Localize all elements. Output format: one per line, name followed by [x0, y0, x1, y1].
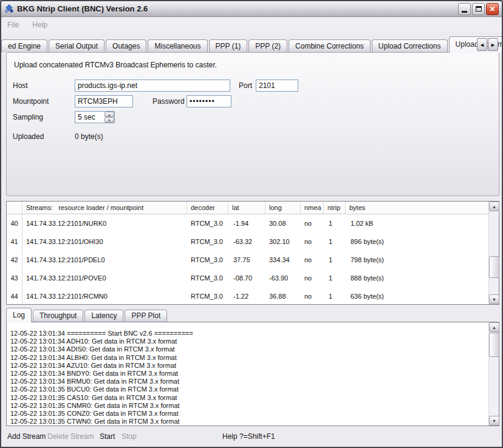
cell-decoder: RTCM_3.0	[187, 232, 228, 251]
password-input[interactable]	[186, 95, 231, 107]
cell-ntrip: 1	[324, 214, 346, 232]
host-input[interactable]	[75, 80, 230, 92]
mountpoint-input[interactable]	[75, 95, 133, 107]
tab-log[interactable]: Log	[6, 308, 32, 322]
cell-bytes: 798 byte(s)	[346, 251, 488, 269]
menu-help[interactable]: Help	[32, 21, 47, 29]
menu-file[interactable]: File	[7, 21, 19, 29]
cell-ntrip: 1	[324, 287, 346, 304]
tab-latency[interactable]: Latency	[84, 310, 123, 322]
cell-long: 36.88	[265, 287, 301, 304]
tab-scroll-left-button[interactable]: ◄	[477, 38, 487, 51]
log-output: 12-05-22 13:01:34 ========== Start BNC v…	[7, 322, 488, 426]
log-line: 12-05-22 13:01:34 BNDY0: Get data in RTC…	[10, 370, 488, 378]
column-header-bytes[interactable]: bytes	[346, 202, 488, 214]
cell-lat: -08.70	[228, 269, 265, 287]
streams-scrollbar[interactable]: ▲ ▼	[488, 202, 499, 304]
scroll-thumb[interactable]	[489, 333, 499, 357]
log-line: 12-05-22 13:01:35 BUCU0: Get data in RTC…	[10, 385, 488, 393]
password-label: Password	[152, 97, 185, 106]
scroll-thumb[interactable]	[489, 256, 499, 278]
top-tabbar: ed Engine Serial Output Outages Miscella…	[1, 36, 502, 53]
tab-miscellaneous[interactable]: Miscellaneous	[148, 39, 207, 52]
window-title: BKG Ntrip Client (BNC) Version 2.6	[17, 4, 457, 13]
cell-ntrip: 1	[324, 232, 346, 251]
column-header-nmea[interactable]: nmea	[301, 202, 324, 214]
cell-lat: 37.75	[228, 251, 265, 269]
tab-serial-output[interactable]: Serial Output	[49, 39, 104, 52]
tab-ppp-2[interactable]: PPP (2)	[248, 39, 287, 52]
sampling-spin-buttons: ▲ ▼	[104, 112, 114, 123]
log-line: 12-05-22 13:01:35 CAS10: Get data in RTC…	[10, 394, 488, 402]
cell-lat: -1.94	[228, 214, 265, 232]
cell-bytes: 636 byte(s)	[346, 287, 488, 304]
maximize-button[interactable]	[472, 3, 485, 15]
streams-table-main: Streams: resource loader / mountpoint de…	[7, 202, 488, 304]
scroll-down-button[interactable]: ▼	[489, 294, 499, 304]
row-number: 40	[7, 214, 22, 232]
add-stream-button[interactable]: Add Stream	[7, 432, 46, 441]
start-button[interactable]: Start	[100, 432, 115, 441]
streams-table-header: Streams: resource loader / mountpoint de…	[7, 202, 488, 214]
cell-resource: 141.74.33.12:2101/POVE0	[22, 269, 187, 287]
tab-scroll-buttons: ◄ ►	[477, 38, 498, 51]
tab-ppp-plot[interactable]: PPP Plot	[125, 310, 167, 322]
column-header-long[interactable]: long	[265, 202, 301, 214]
log-line: 12-05-22 13:01:35 CNMR0: Get data in RTC…	[10, 402, 488, 410]
tab-outages[interactable]: Outages	[106, 39, 146, 52]
stop-button[interactable]: Stop	[121, 432, 137, 441]
log-scrollbar[interactable]: ▲ ▼	[488, 322, 499, 426]
minimize-button[interactable]	[458, 3, 471, 15]
tab-throughput[interactable]: Throughput	[33, 310, 83, 322]
sampling-spin-down-button[interactable]: ▼	[104, 117, 114, 123]
bnc-window: BKG Ntrip Client (BNC) Version 2.6 ✕ Fil…	[0, 0, 503, 448]
scroll-down-button[interactable]: ▼	[489, 416, 499, 426]
cell-nmea: no	[301, 232, 324, 251]
cell-long: -63.90	[265, 269, 301, 287]
table-row[interactable]: 40 141.74.33.12:2101/NURK0 RTCM_3.0 -1.9…	[7, 214, 488, 232]
tab-scroll-right-button[interactable]: ►	[488, 38, 498, 51]
cell-resource: 141.74.33.12:2101/OHI30	[22, 232, 187, 251]
cell-resource: 141.74.33.12:2101/PDEL0	[22, 251, 187, 269]
sampling-value: 5 sec	[75, 112, 104, 123]
cell-decoder: RTCM_3.0	[187, 214, 228, 232]
log-line: 12-05-22 13:01:34 ALBH0: Get data in RTC…	[10, 354, 488, 362]
table-row[interactable]: 44 141.74.33.12:2101/RCMN0 RTCM_3.0 -1.2…	[7, 287, 488, 304]
table-row[interactable]: 42 141.74.33.12:2101/PDEL0 RTCM_3.0 37.7…	[7, 251, 488, 269]
log-line: 12-05-22 13:01:34 ADIS0: Get data in RTC…	[10, 345, 488, 353]
cell-resource: 141.74.33.12:2101/NURK0	[22, 214, 187, 232]
tab-ppp-1[interactable]: PPP (1)	[209, 39, 248, 52]
spin-down-icon: ▼	[108, 118, 111, 122]
scroll-up-button[interactable]: ▲	[489, 322, 499, 332]
column-header-streams[interactable]: Streams: resource loader / mountpoint	[22, 202, 187, 214]
log-line: 12-05-22 13:01:34 AZU10: Get data in RTC…	[10, 362, 488, 370]
cell-ntrip: 1	[324, 269, 346, 287]
sampling-spinbox[interactable]: 5 sec ▲ ▼	[75, 111, 115, 123]
delete-stream-button[interactable]: Delete Stream	[47, 432, 94, 441]
log-line: 12-05-22 13:01:35 CONZ0: Get data in RTC…	[10, 410, 488, 418]
column-header-lat[interactable]: lat	[228, 202, 265, 214]
sampling-spin-up-button[interactable]: ▲	[104, 112, 114, 117]
row-number: 43	[7, 269, 22, 287]
column-header-decoder[interactable]: decoder	[187, 202, 228, 214]
close-button[interactable]: ✕	[486, 3, 499, 15]
uploaded-label: Uploaded	[13, 132, 44, 141]
table-row[interactable]: 41 141.74.33.12:2101/OHI30 RTCM_3.0 -63.…	[7, 232, 488, 251]
column-header-ntrip[interactable]: ntrip	[324, 202, 346, 214]
statusbar: Add Stream Delete Stream Start Stop Help…	[1, 426, 502, 447]
tab-feed-engine[interactable]: ed Engine	[1, 39, 47, 52]
port-input[interactable]	[256, 80, 298, 92]
row-number: 44	[7, 287, 22, 304]
port-label: Port	[239, 81, 252, 90]
titlebar[interactable]: BKG Ntrip Client (BNC) Version 2.6 ✕	[1, 1, 502, 17]
menubar: File Help	[1, 18, 502, 32]
tab-upload-corrections[interactable]: Upload Corrections	[372, 39, 448, 52]
cell-nmea: no	[301, 269, 324, 287]
tab-combine-corrections[interactable]: Combine Corrections	[289, 39, 371, 52]
cell-long: 302.10	[265, 232, 301, 251]
scroll-up-button[interactable]: ▲	[489, 202, 499, 211]
spin-up-icon: ▲	[108, 113, 111, 117]
table-row[interactable]: 43 141.74.33.12:2101/POVE0 RTCM_3.0 -08.…	[7, 269, 488, 287]
scroll-up-icon: ▲	[492, 325, 496, 330]
mountpoint-label: Mountpoint	[13, 97, 49, 106]
